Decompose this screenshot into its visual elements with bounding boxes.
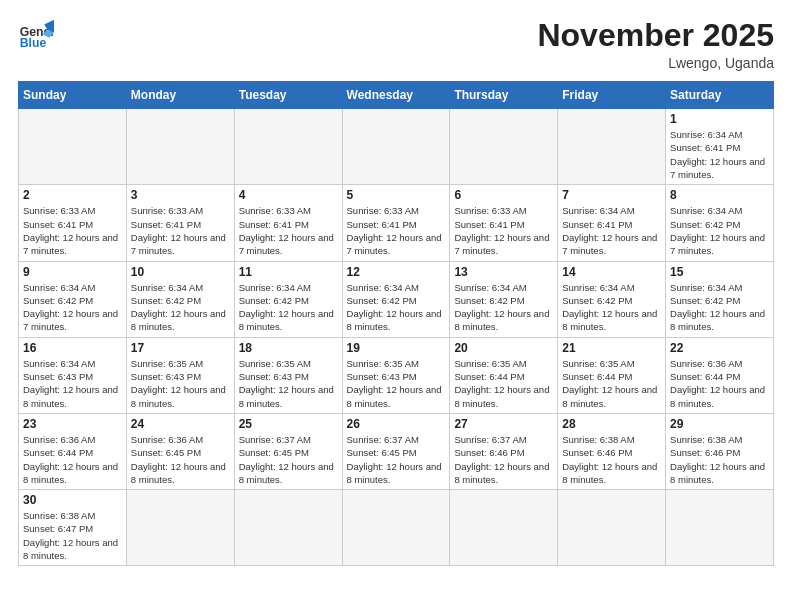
day-number: 27	[454, 417, 553, 431]
day-cell: 3Sunrise: 6:33 AM Sunset: 6:41 PM Daylig…	[126, 185, 234, 261]
day-cell: 4Sunrise: 6:33 AM Sunset: 6:41 PM Daylig…	[234, 185, 342, 261]
day-info: Sunrise: 6:33 AM Sunset: 6:41 PM Dayligh…	[347, 204, 446, 257]
day-cell: 16Sunrise: 6:34 AM Sunset: 6:43 PM Dayli…	[19, 337, 127, 413]
weekday-header-saturday: Saturday	[666, 82, 774, 109]
day-cell: 18Sunrise: 6:35 AM Sunset: 6:43 PM Dayli…	[234, 337, 342, 413]
header: General Blue November 2025 Lwengo, Ugand…	[18, 18, 774, 71]
day-number: 19	[347, 341, 446, 355]
day-number: 16	[23, 341, 122, 355]
day-info: Sunrise: 6:33 AM Sunset: 6:41 PM Dayligh…	[239, 204, 338, 257]
day-cell: 13Sunrise: 6:34 AM Sunset: 6:42 PM Dayli…	[450, 261, 558, 337]
day-number: 3	[131, 188, 230, 202]
day-cell: 28Sunrise: 6:38 AM Sunset: 6:46 PM Dayli…	[558, 413, 666, 489]
day-cell: 20Sunrise: 6:35 AM Sunset: 6:44 PM Dayli…	[450, 337, 558, 413]
day-info: Sunrise: 6:34 AM Sunset: 6:42 PM Dayligh…	[131, 281, 230, 334]
day-number: 25	[239, 417, 338, 431]
day-cell	[558, 109, 666, 185]
day-info: Sunrise: 6:33 AM Sunset: 6:41 PM Dayligh…	[454, 204, 553, 257]
day-cell: 29Sunrise: 6:38 AM Sunset: 6:46 PM Dayli…	[666, 413, 774, 489]
day-cell: 14Sunrise: 6:34 AM Sunset: 6:42 PM Dayli…	[558, 261, 666, 337]
day-number: 18	[239, 341, 338, 355]
title-block: November 2025 Lwengo, Uganda	[537, 18, 774, 71]
week-row-2: 9Sunrise: 6:34 AM Sunset: 6:42 PM Daylig…	[19, 261, 774, 337]
day-cell: 1Sunrise: 6:34 AM Sunset: 6:41 PM Daylig…	[666, 109, 774, 185]
calendar-page: General Blue November 2025 Lwengo, Ugand…	[0, 0, 792, 612]
day-info: Sunrise: 6:36 AM Sunset: 6:45 PM Dayligh…	[131, 433, 230, 486]
day-cell: 15Sunrise: 6:34 AM Sunset: 6:42 PM Dayli…	[666, 261, 774, 337]
weekday-header-sunday: Sunday	[19, 82, 127, 109]
day-info: Sunrise: 6:37 AM Sunset: 6:45 PM Dayligh…	[347, 433, 446, 486]
day-number: 22	[670, 341, 769, 355]
day-info: Sunrise: 6:34 AM Sunset: 6:42 PM Dayligh…	[670, 204, 769, 257]
weekday-header-friday: Friday	[558, 82, 666, 109]
day-number: 20	[454, 341, 553, 355]
day-number: 8	[670, 188, 769, 202]
day-cell	[450, 109, 558, 185]
day-info: Sunrise: 6:34 AM Sunset: 6:41 PM Dayligh…	[562, 204, 661, 257]
day-number: 21	[562, 341, 661, 355]
day-number: 17	[131, 341, 230, 355]
day-number: 26	[347, 417, 446, 431]
day-cell	[558, 490, 666, 566]
day-cell	[19, 109, 127, 185]
day-number: 23	[23, 417, 122, 431]
day-cell	[234, 490, 342, 566]
day-cell: 11Sunrise: 6:34 AM Sunset: 6:42 PM Dayli…	[234, 261, 342, 337]
day-info: Sunrise: 6:34 AM Sunset: 6:42 PM Dayligh…	[23, 281, 122, 334]
day-number: 29	[670, 417, 769, 431]
day-number: 30	[23, 493, 122, 507]
day-info: Sunrise: 6:36 AM Sunset: 6:44 PM Dayligh…	[23, 433, 122, 486]
day-info: Sunrise: 6:34 AM Sunset: 6:42 PM Dayligh…	[239, 281, 338, 334]
day-number: 2	[23, 188, 122, 202]
day-cell	[450, 490, 558, 566]
week-row-4: 23Sunrise: 6:36 AM Sunset: 6:44 PM Dayli…	[19, 413, 774, 489]
day-info: Sunrise: 6:34 AM Sunset: 6:42 PM Dayligh…	[562, 281, 661, 334]
day-info: Sunrise: 6:34 AM Sunset: 6:42 PM Dayligh…	[670, 281, 769, 334]
day-cell	[666, 490, 774, 566]
day-number: 13	[454, 265, 553, 279]
day-info: Sunrise: 6:35 AM Sunset: 6:43 PM Dayligh…	[131, 357, 230, 410]
weekday-header-tuesday: Tuesday	[234, 82, 342, 109]
week-row-1: 2Sunrise: 6:33 AM Sunset: 6:41 PM Daylig…	[19, 185, 774, 261]
day-cell: 5Sunrise: 6:33 AM Sunset: 6:41 PM Daylig…	[342, 185, 450, 261]
logo: General Blue	[18, 18, 54, 54]
day-number: 15	[670, 265, 769, 279]
day-info: Sunrise: 6:33 AM Sunset: 6:41 PM Dayligh…	[23, 204, 122, 257]
weekday-header-row: SundayMondayTuesdayWednesdayThursdayFrid…	[19, 82, 774, 109]
day-info: Sunrise: 6:35 AM Sunset: 6:43 PM Dayligh…	[239, 357, 338, 410]
day-info: Sunrise: 6:35 AM Sunset: 6:43 PM Dayligh…	[347, 357, 446, 410]
day-cell: 12Sunrise: 6:34 AM Sunset: 6:42 PM Dayli…	[342, 261, 450, 337]
day-number: 24	[131, 417, 230, 431]
weekday-header-monday: Monday	[126, 82, 234, 109]
day-cell: 24Sunrise: 6:36 AM Sunset: 6:45 PM Dayli…	[126, 413, 234, 489]
day-info: Sunrise: 6:37 AM Sunset: 6:46 PM Dayligh…	[454, 433, 553, 486]
weekday-header-thursday: Thursday	[450, 82, 558, 109]
day-cell: 17Sunrise: 6:35 AM Sunset: 6:43 PM Dayli…	[126, 337, 234, 413]
day-info: Sunrise: 6:34 AM Sunset: 6:42 PM Dayligh…	[454, 281, 553, 334]
day-cell	[126, 490, 234, 566]
day-number: 12	[347, 265, 446, 279]
day-info: Sunrise: 6:34 AM Sunset: 6:43 PM Dayligh…	[23, 357, 122, 410]
day-info: Sunrise: 6:36 AM Sunset: 6:44 PM Dayligh…	[670, 357, 769, 410]
day-number: 28	[562, 417, 661, 431]
logo-icon: General Blue	[18, 18, 54, 54]
calendar-title: November 2025	[537, 18, 774, 53]
svg-text:Blue: Blue	[20, 36, 47, 50]
day-cell: 19Sunrise: 6:35 AM Sunset: 6:43 PM Dayli…	[342, 337, 450, 413]
calendar-subtitle: Lwengo, Uganda	[537, 55, 774, 71]
day-cell: 10Sunrise: 6:34 AM Sunset: 6:42 PM Dayli…	[126, 261, 234, 337]
day-info: Sunrise: 6:33 AM Sunset: 6:41 PM Dayligh…	[131, 204, 230, 257]
day-number: 11	[239, 265, 338, 279]
day-info: Sunrise: 6:38 AM Sunset: 6:46 PM Dayligh…	[670, 433, 769, 486]
day-info: Sunrise: 6:35 AM Sunset: 6:44 PM Dayligh…	[562, 357, 661, 410]
day-info: Sunrise: 6:37 AM Sunset: 6:45 PM Dayligh…	[239, 433, 338, 486]
day-cell: 26Sunrise: 6:37 AM Sunset: 6:45 PM Dayli…	[342, 413, 450, 489]
day-info: Sunrise: 6:34 AM Sunset: 6:41 PM Dayligh…	[670, 128, 769, 181]
day-cell: 9Sunrise: 6:34 AM Sunset: 6:42 PM Daylig…	[19, 261, 127, 337]
day-cell: 7Sunrise: 6:34 AM Sunset: 6:41 PM Daylig…	[558, 185, 666, 261]
day-number: 5	[347, 188, 446, 202]
week-row-0: 1Sunrise: 6:34 AM Sunset: 6:41 PM Daylig…	[19, 109, 774, 185]
day-cell: 27Sunrise: 6:37 AM Sunset: 6:46 PM Dayli…	[450, 413, 558, 489]
day-cell: 21Sunrise: 6:35 AM Sunset: 6:44 PM Dayli…	[558, 337, 666, 413]
day-cell: 23Sunrise: 6:36 AM Sunset: 6:44 PM Dayli…	[19, 413, 127, 489]
